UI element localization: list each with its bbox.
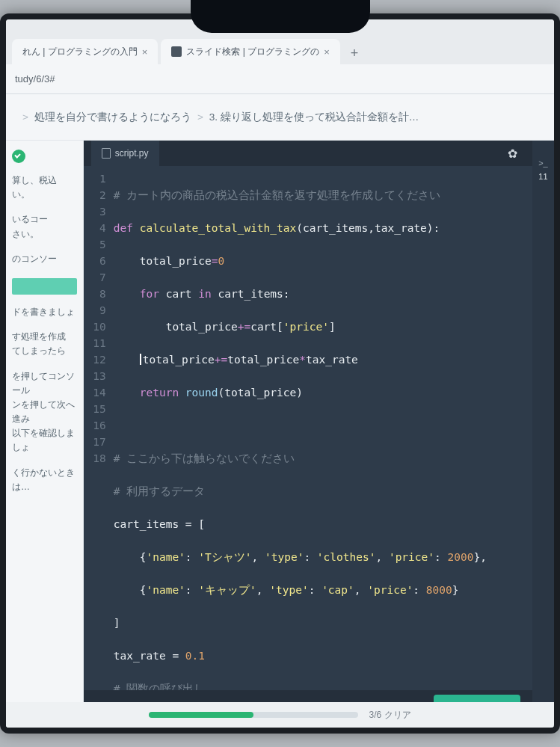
- progress-fill: [149, 712, 253, 718]
- browser-tab[interactable]: れん | プログラミングの入門 ×: [12, 39, 158, 64]
- browser-tab[interactable]: スライド検索 | プログラミングの ×: [161, 39, 339, 64]
- progress-bar-row: 3/6 クリア: [6, 702, 554, 728]
- sidebar-text: ドを書きましょ: [12, 305, 77, 319]
- highlight-bar: [12, 278, 77, 295]
- tab-title: れん | プログラミングの入門: [22, 46, 138, 58]
- file-icon: [102, 148, 111, 159]
- close-icon[interactable]: ×: [324, 46, 330, 58]
- close-icon[interactable]: ×: [142, 46, 148, 58]
- sidebar-text: のコンソー: [12, 252, 77, 266]
- breadcrumb: > 処理を自分で書けるようになろう > 3. 繰り返し処理を使って税込合計金額を…: [6, 94, 554, 141]
- progress-label: 3/6 クリア: [369, 709, 410, 722]
- progress-bar: [149, 712, 358, 718]
- prompt-icon: >_: [538, 159, 548, 167]
- sidebar-text: いるコー さい。: [12, 212, 77, 241]
- screen: れん | プログラミングの入門 × スライド検索 | プログラミングの × + …: [0, 13, 560, 734]
- sidebar-text: を押してコンソール ンを押して次へ進み 以下を確認しましょ: [12, 369, 77, 455]
- file-name: script.py: [115, 148, 149, 159]
- line-gutter: 123 456 789 101112 131415 161718: [84, 170, 114, 686]
- check-row: [12, 150, 77, 163]
- editor-tab-bar: script.py ✿: [84, 141, 532, 166]
- page: > 処理を自分で書けるようになろう > 3. 繰り返し処理を使って税込合計金額を…: [6, 94, 554, 728]
- breadcrumb-item[interactable]: 3. 繰り返し処理を使って税込合計金額を計…: [209, 111, 419, 124]
- text-cursor: [140, 354, 141, 365]
- file-tab[interactable]: script.py: [91, 141, 159, 166]
- sidebar-text: く行かないときは…: [12, 466, 77, 494]
- gear-icon[interactable]: ✿: [508, 147, 525, 161]
- breadcrumb-sep: >: [197, 111, 203, 123]
- output-panel: >_ 11: [532, 141, 554, 728]
- code-editor[interactable]: 123 456 789 101112 131415 161718 # カート内の…: [84, 166, 532, 690]
- new-tab-button[interactable]: +: [343, 43, 366, 64]
- output-value: 11: [538, 172, 547, 181]
- favicon-icon: [171, 46, 182, 57]
- sidebar-text: 算し、税込 い。: [12, 173, 77, 202]
- editor-panel: script.py ✿ 123 456 789 101112 131415 16…: [84, 141, 532, 728]
- code-source[interactable]: # カート内の商品の税込合計金額を返す処理を作成してください def calcu…: [114, 170, 532, 686]
- content-row: 算し、税込 い。 いるコー さい。 のコンソー ドを書きましょ す処理を作成 て…: [6, 141, 554, 728]
- address-bar[interactable]: tudy/6/3#: [6, 64, 554, 94]
- sidebar-text: す処理を作成 てしまったら: [12, 330, 77, 358]
- tab-title: スライド検索 | プログラミングの: [186, 46, 319, 58]
- breadcrumb-sep: >: [22, 111, 28, 123]
- check-icon: [12, 150, 25, 163]
- url-text: tudy/6/3#: [15, 73, 55, 84]
- instruction-sidebar: 算し、税込 い。 いるコー さい。 のコンソー ドを書きましょ す処理を作成 て…: [6, 141, 84, 728]
- device-notch: [191, 0, 370, 33]
- breadcrumb-item[interactable]: 処理を自分で書けるようになろう: [34, 111, 191, 124]
